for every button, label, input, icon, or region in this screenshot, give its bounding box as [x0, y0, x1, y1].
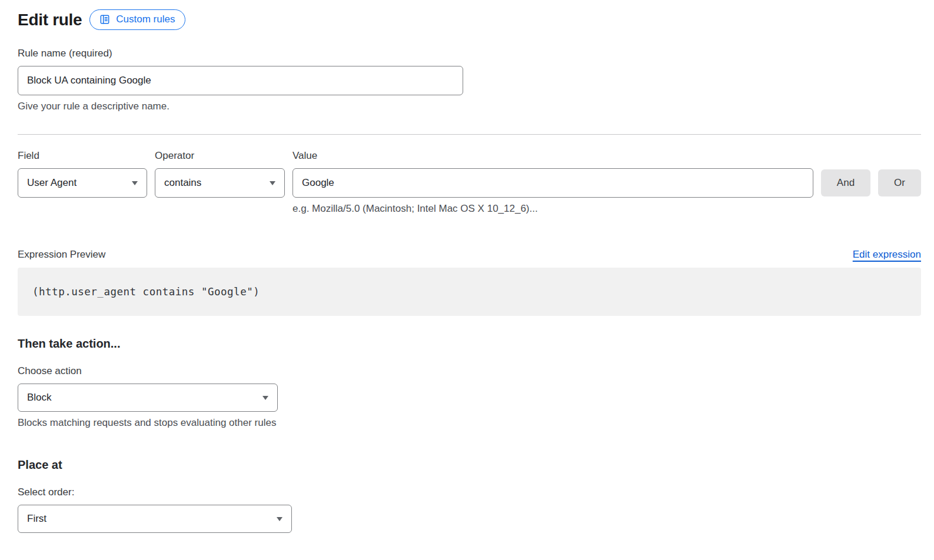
page-header: Edit rule Custom rules: [18, 9, 921, 30]
edit-expression-link[interactable]: Edit expression: [853, 249, 921, 261]
field-select-value: User Agent: [27, 177, 77, 189]
chevron-down-icon: [277, 517, 282, 521]
or-button-column: Or: [878, 150, 921, 196]
select-order-label: Select order:: [18, 486, 921, 498]
chevron-down-icon: [270, 181, 275, 185]
placement-section: Place at Select order: First: [18, 458, 921, 533]
action-select[interactable]: Block: [18, 384, 278, 412]
operator-column: Operator contains: [155, 150, 285, 198]
chevron-down-icon: [132, 181, 138, 185]
choose-action-label: Choose action: [18, 365, 921, 377]
action-heading: Then take action...: [18, 337, 921, 351]
operator-select[interactable]: contains: [155, 168, 285, 198]
order-select[interactable]: First: [18, 505, 292, 533]
order-select-value: First: [27, 513, 46, 525]
field-select[interactable]: User Agent: [18, 168, 147, 198]
page-title: Edit rule: [18, 11, 82, 29]
value-input[interactable]: [293, 168, 813, 198]
and-button-column: And: [821, 150, 870, 196]
place-at-heading: Place at: [18, 458, 921, 472]
section-divider: [18, 134, 921, 135]
field-column: Field User Agent: [18, 150, 147, 198]
custom-rules-badge[interactable]: Custom rules: [89, 9, 185, 30]
expression-preview-box: (http.user_agent contains "Google"): [18, 268, 921, 316]
expression-code: (http.user_agent contains "Google"): [32, 286, 260, 298]
rule-name-label: Rule name (required): [18, 48, 921, 59]
action-section: Then take action... Choose action Block …: [18, 337, 921, 429]
rule-name-section: Rule name (required) Give your rule a de…: [18, 48, 921, 112]
edit-rule-page: Edit rule Custom rules Rule name (requir…: [0, 0, 934, 533]
chevron-down-icon: [262, 396, 268, 400]
value-column: Value e.g. Mozilla/5.0 (Macintosh; Intel…: [293, 150, 813, 215]
custom-rules-label: Custom rules: [116, 14, 175, 25]
operator-label: Operator: [155, 150, 285, 162]
and-button[interactable]: And: [821, 169, 870, 196]
or-button[interactable]: Or: [878, 169, 921, 196]
rule-name-help: Give your rule a descriptive name.: [18, 101, 921, 112]
value-help: e.g. Mozilla/5.0 (Macintosh; Intel Mac O…: [293, 203, 813, 215]
condition-row: Field User Agent Operator contains Value…: [18, 150, 921, 215]
rule-name-input[interactable]: [18, 66, 463, 95]
value-label: Value: [293, 150, 813, 162]
field-label: Field: [18, 150, 147, 162]
action-select-value: Block: [27, 392, 52, 404]
operator-select-value: contains: [164, 177, 201, 189]
expression-header: Expression Preview Edit expression: [18, 249, 921, 261]
spacer: [821, 150, 870, 169]
spacer: [878, 150, 921, 169]
book-icon: [99, 14, 111, 25]
action-help: Blocks matching requests and stops evalu…: [18, 417, 921, 429]
expression-preview-label: Expression Preview: [18, 249, 105, 261]
